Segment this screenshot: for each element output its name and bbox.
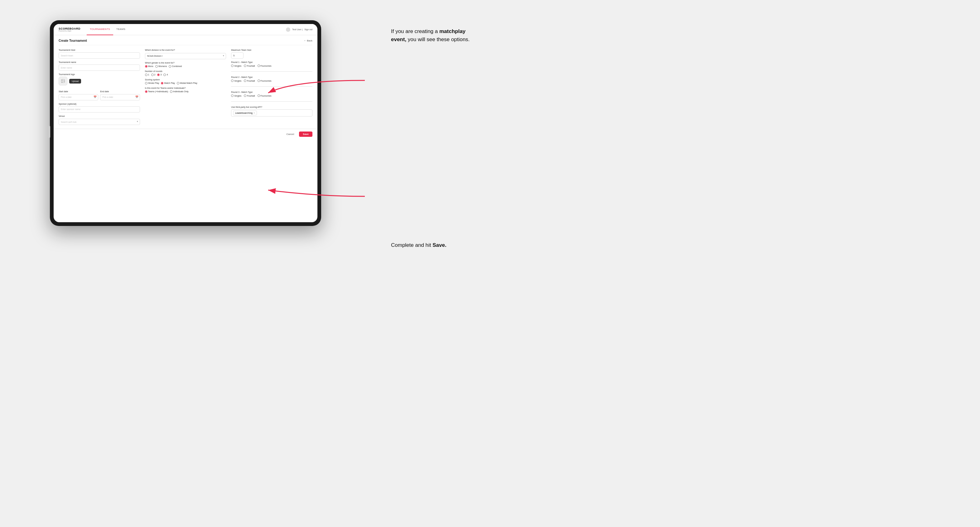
rounds-label: Number of rounds	[145, 70, 226, 72]
gender-label: Which gender is the event for?	[145, 62, 226, 64]
round3-singles[interactable]: Singles	[231, 94, 241, 97]
divider-1	[231, 71, 312, 72]
tournament-name-label: Tournament name	[59, 61, 140, 63]
teams-radio[interactable]	[145, 90, 148, 93]
logo-upload-area: Upload	[59, 77, 140, 86]
sponsor-label: Sponsor (optional)	[59, 103, 140, 105]
annotation-save: Complete and hit Save.	[391, 241, 481, 249]
round2-fourball-radio[interactable]	[244, 79, 246, 82]
tournament-name-input[interactable]	[59, 65, 140, 71]
form-header: Create Tournament ← Back	[59, 39, 312, 45]
api-tag-close[interactable]: ×	[253, 111, 255, 114]
start-date-input[interactable]	[59, 94, 98, 100]
venue-label: Venue	[59, 115, 140, 117]
left-column: Tournament Host Tournament name Tourname…	[59, 49, 140, 125]
round1-fourball[interactable]: Fourball	[244, 65, 255, 67]
round2-singles-radio[interactable]	[231, 79, 234, 82]
round-2[interactable]: 2	[151, 73, 156, 76]
round1-label: Round 1 - Match Type	[231, 61, 312, 63]
round-4-radio[interactable]	[163, 73, 166, 76]
round2-singles[interactable]: Singles	[231, 79, 241, 82]
round3-fourball-radio[interactable]	[244, 94, 246, 97]
individuals-option[interactable]: Individuals Only	[170, 90, 188, 93]
scoring-match[interactable]: Match Play	[161, 82, 175, 84]
api-tag: Leaderboard King ×	[233, 111, 257, 115]
user-label: Test User |	[292, 29, 302, 30]
teams-radio-group: Teams (+Individuals) Individuals Only	[145, 90, 226, 93]
scoring-match-radio[interactable]	[161, 82, 163, 84]
scoring-medal[interactable]: Medal Match Play	[177, 82, 197, 84]
gender-mens[interactable]: Mens	[145, 65, 153, 68]
round2-foursomes-radio[interactable]	[258, 79, 260, 82]
round-1-radio[interactable]	[145, 73, 148, 76]
round1-fourball-radio[interactable]	[244, 65, 246, 67]
api-field[interactable]: Leaderboard King ×	[231, 110, 312, 117]
cancel-button[interactable]: Cancel	[284, 132, 296, 137]
start-date-wrapper: 📅	[59, 94, 98, 100]
nav-right: Test User | Sign out	[286, 27, 312, 32]
end-date-label: End date	[100, 90, 109, 92]
logo-area: SCOREBOARD Powered by clippit	[59, 27, 80, 32]
gender-combined-radio[interactable]	[169, 65, 171, 68]
round1-match-types: Singles Fourball Foursomes	[231, 65, 312, 67]
start-date-label: Start date	[59, 90, 68, 92]
teams-group: Is this event for Teams and/or Individua…	[145, 87, 226, 93]
gender-mens-radio[interactable]	[145, 65, 148, 68]
scoring-stroke[interactable]: Stroke Play	[145, 82, 159, 84]
round-1[interactable]: 1	[145, 73, 150, 76]
round3-singles-radio[interactable]	[231, 94, 234, 97]
sponsor-group: Sponsor (optional)	[59, 103, 140, 113]
nav-tabs: TOURNAMENTS TEAMS	[87, 24, 286, 35]
upload-button[interactable]: Upload	[69, 79, 81, 84]
api-group: Use third-party live scoring API? Leader…	[231, 106, 312, 117]
scoring-medal-radio[interactable]	[177, 82, 179, 84]
dates-group: Start date 📅 End date 📅	[59, 88, 140, 100]
app-logo-sub: Powered by clippit	[59, 30, 80, 32]
end-date-input[interactable]	[100, 94, 140, 100]
division-select[interactable]: NCAA Division I NCAA Division II NCAA Di…	[145, 53, 226, 59]
nav-tab-tournaments[interactable]: TOURNAMENTS	[87, 24, 113, 35]
individuals-radio[interactable]	[170, 90, 172, 93]
nav-tab-teams[interactable]: TEAMS	[113, 24, 129, 35]
venue-input[interactable]	[59, 119, 140, 125]
round1-foursomes-radio[interactable]	[258, 65, 260, 67]
teams-option[interactable]: Teams (+Individuals)	[145, 90, 168, 93]
scoring-stroke-radio[interactable]	[145, 82, 148, 84]
back-button[interactable]: ← Back	[304, 39, 312, 42]
arrow-save	[262, 184, 368, 200]
image-icon	[61, 79, 65, 83]
round1-singles[interactable]: Singles	[231, 65, 241, 67]
gender-combined[interactable]: Combined	[169, 65, 182, 68]
gender-radio-group: Mens Womens Combined	[145, 65, 226, 68]
save-button[interactable]: Save	[299, 132, 312, 137]
round-3-radio[interactable]	[157, 73, 160, 76]
gender-womens[interactable]: Womens	[155, 65, 167, 68]
round1-match-group: Round 1 - Match Type Singles Fourball	[231, 61, 312, 67]
annotation-matchplay: If you are creating a matchplay event, y…	[391, 27, 481, 43]
max-team-input[interactable]	[231, 52, 243, 59]
end-date-group: End date 📅	[100, 88, 140, 100]
sign-out-link[interactable]: Sign out	[304, 29, 312, 30]
tournament-host-group: Tournament Host	[59, 49, 140, 59]
sponsor-input[interactable]	[59, 106, 140, 113]
round2-fourball[interactable]: Fourball	[244, 79, 255, 82]
date-fields: Start date 📅 End date 📅	[59, 88, 140, 100]
round3-foursomes-radio[interactable]	[258, 94, 260, 97]
form-footer: Cancel Save	[54, 129, 317, 139]
max-team-group: Maximum Team Size	[231, 49, 312, 59]
middle-column: Which division is the event for? NCAA Di…	[145, 49, 226, 125]
svg-point-1	[62, 80, 63, 81]
venue-group: Venue	[59, 115, 140, 125]
round-2-radio[interactable]	[151, 73, 154, 76]
rounds-group: Number of rounds 1 2	[145, 70, 226, 76]
gender-womens-radio[interactable]	[155, 65, 158, 68]
round-4[interactable]: 4	[163, 73, 168, 76]
round3-fourball[interactable]: Fourball	[244, 94, 255, 97]
start-date-group: Start date 📅	[59, 88, 98, 100]
round-3[interactable]: 3	[157, 73, 162, 76]
tournament-logo-group: Tournament logo Upload	[59, 73, 140, 86]
tournament-host-input[interactable]	[59, 52, 140, 59]
round1-foursomes[interactable]: Foursomes	[258, 65, 272, 67]
venue-select-wrapper	[59, 118, 140, 125]
round1-singles-radio[interactable]	[231, 65, 234, 67]
